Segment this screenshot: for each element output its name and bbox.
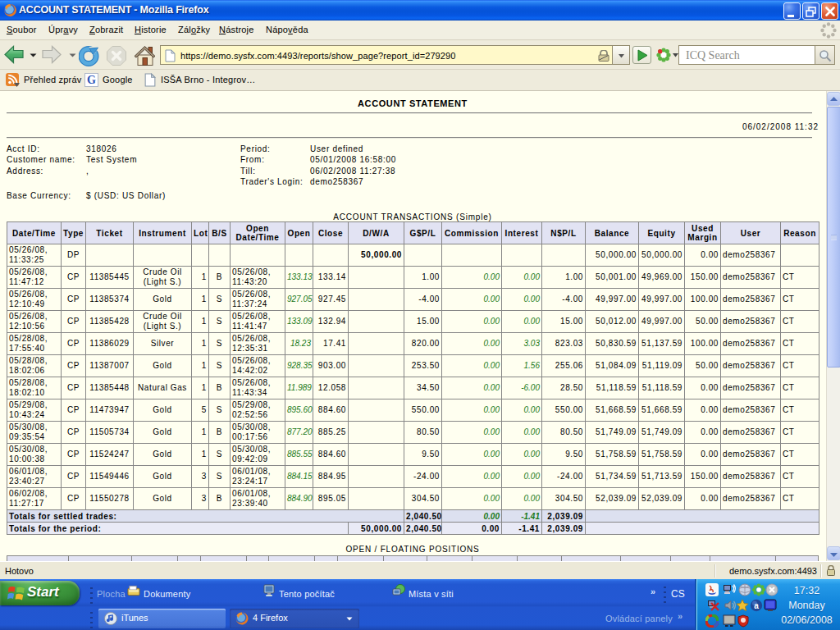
svg-text:G: G — [87, 74, 96, 86]
svg-text:a: a — [754, 601, 759, 610]
